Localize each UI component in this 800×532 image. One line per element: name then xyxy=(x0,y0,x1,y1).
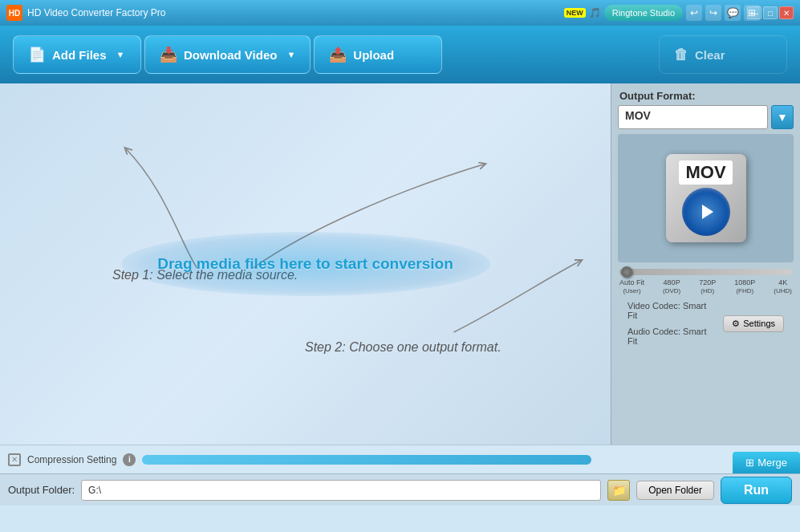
download-video-button[interactable]: 📥 Download Video ▼ xyxy=(144,35,311,74)
format-select-row: MOV ▼ xyxy=(611,105,800,134)
browse-folder-button[interactable]: 📁 xyxy=(607,480,630,501)
compression-checkbox[interactable]: ✕ xyxy=(8,453,21,466)
quality-area: Auto Fit(User) 480P(DVD) 720P(HD) 1080P(… xyxy=(611,262,800,298)
video-codec: Video Codec: Smart Fit xyxy=(619,298,723,323)
upload-label: Upload xyxy=(353,48,394,62)
output-bar: Output Folder: G:\ 📁 Open Folder Run xyxy=(0,473,800,506)
output-folder-label: Output Folder: xyxy=(8,484,75,496)
run-button[interactable]: Run xyxy=(721,477,792,504)
grid-button[interactable]: ⊞ xyxy=(744,5,760,21)
quality-label-4k: 4K(UHD) xyxy=(774,278,792,294)
quality-label-720p: 720P(HD) xyxy=(699,278,716,294)
step2-text: Step 2: Choose one output format. xyxy=(305,340,502,355)
quality-label-1080p: 1080P(FHD) xyxy=(734,278,755,294)
clear-label: Clear xyxy=(695,48,725,62)
redo-button[interactable]: ↪ xyxy=(705,5,721,21)
format-icon-area: MOV xyxy=(618,134,794,262)
add-files-arrow: ▼ xyxy=(116,50,125,59)
download-video-icon: 📥 xyxy=(160,46,177,63)
merge-icon: ⊞ xyxy=(745,457,754,469)
output-path-text: G:\ xyxy=(88,485,101,496)
upload-button[interactable]: 📤 Upload xyxy=(314,35,442,74)
codec-info: Video Codec: Smart Fit Audio Codec: Smar… xyxy=(619,298,723,349)
open-folder-button[interactable]: Open Folder xyxy=(636,481,714,500)
quality-label-auto: Auto Fit(User) xyxy=(619,278,644,294)
mov-icon: MOV xyxy=(666,154,746,242)
right-panel: Output Format: MOV ▼ MOV Auto Fit(User) … xyxy=(611,83,800,445)
main-area: Step 1: Select the media source. Step 2:… xyxy=(0,83,800,445)
add-files-label: Add Files xyxy=(52,48,107,62)
undo-button[interactable]: ↩ xyxy=(686,5,702,21)
message-button[interactable]: 💬 xyxy=(725,5,741,21)
title-bar: HD HD Video Converter Factory Pro NEW 🎵 … xyxy=(0,0,800,26)
quicktime-icon xyxy=(682,188,730,236)
drag-text: Drag media files here to start conversio… xyxy=(157,255,453,273)
top-right-bar: NEW 🎵 Ringtone Studio ↩ ↪ 💬 ⊞ xyxy=(564,0,760,26)
settings-label: Settings xyxy=(743,319,775,328)
ringtone-studio-button[interactable]: Ringtone Studio xyxy=(604,5,683,21)
upload-icon: 📤 xyxy=(329,46,347,63)
quality-slider-thumb[interactable] xyxy=(621,266,632,278)
format-dropdown-button[interactable]: ▼ xyxy=(771,105,794,129)
clear-icon: 🗑 xyxy=(674,47,688,63)
output-format-label: Output Format: xyxy=(611,83,800,105)
toolbar: 📄 Add Files ▼ 📥 Download Video ▼ 📤 Uploa… xyxy=(0,26,800,83)
format-select[interactable]: MOV xyxy=(618,105,768,129)
quality-slider-track[interactable] xyxy=(619,269,792,275)
content-area[interactable]: Step 1: Select the media source. Step 2:… xyxy=(0,83,611,445)
settings-button[interactable]: ⚙ Settings xyxy=(723,315,784,332)
clear-button[interactable]: 🗑 Clear xyxy=(659,35,787,74)
compression-info-button[interactable]: i xyxy=(123,453,136,466)
close-button[interactable]: ✕ xyxy=(779,6,794,19)
gear-icon: ⚙ xyxy=(732,319,740,329)
app-icon: HD xyxy=(6,5,22,21)
compression-progress-bar xyxy=(142,455,591,465)
add-files-icon: 📄 xyxy=(28,46,46,63)
drag-drop-area[interactable]: Drag media files here to start conversio… xyxy=(121,232,490,296)
new-badge: NEW xyxy=(564,8,586,18)
compression-bar: ✕ Compression Setting i ⊞ Merge xyxy=(0,445,800,473)
quality-label-480p: 480P(DVD) xyxy=(663,278,680,294)
ringtone-icon: 🎵 xyxy=(589,7,601,18)
download-video-label: Download Video xyxy=(184,48,277,62)
compression-label: Compression Setting xyxy=(27,454,116,465)
output-path-display: G:\ xyxy=(81,480,601,501)
merge-button[interactable]: ⊞ Merge xyxy=(733,452,800,473)
audio-codec: Audio Codec: Smart Fit xyxy=(619,323,723,349)
mov-label: MOV xyxy=(679,160,732,185)
quality-labels: Auto Fit(User) 480P(DVD) 720P(HD) 1080P(… xyxy=(619,278,792,294)
app-icon-text: HD xyxy=(9,9,20,18)
maximize-button[interactable]: □ xyxy=(763,6,778,19)
codec-settings-row: Video Codec: Smart Fit Audio Codec: Smar… xyxy=(611,298,800,352)
add-files-button[interactable]: 📄 Add Files ▼ xyxy=(13,35,141,74)
download-video-arrow: ▼ xyxy=(286,50,295,59)
merge-label: Merge xyxy=(757,457,787,469)
